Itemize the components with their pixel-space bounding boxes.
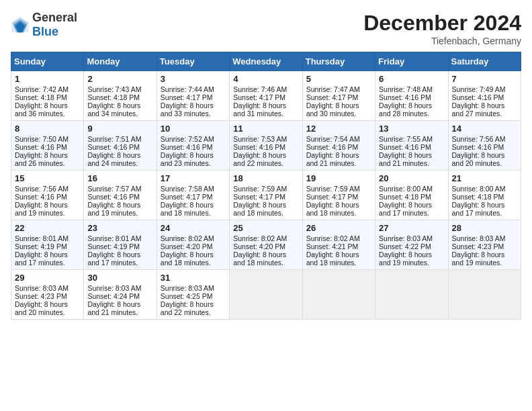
calendar-cell: 6 Sunrise: 7:48 AM Sunset: 4:16 PM Dayli…	[375, 71, 448, 121]
daylight-label: Daylight: 8 hours and 19 minutes.	[15, 201, 68, 217]
day-number: 13	[379, 124, 444, 134]
calendar-cell: 15 Sunrise: 7:56 AM Sunset: 4:16 PM Dayl…	[11, 171, 84, 220]
sunrise-label: Sunrise: 7:44 AM	[161, 85, 214, 93]
sunrise-label: Sunrise: 7:52 AM	[161, 135, 214, 143]
day-number: 21	[452, 173, 517, 183]
logo-general: General	[32, 11, 77, 24]
day-number: 19	[306, 173, 371, 183]
calendar-cell: 14 Sunrise: 7:56 AM Sunset: 4:16 PM Dayl…	[448, 121, 521, 171]
sunset-label: Sunset: 4:16 PM	[161, 143, 213, 151]
sunset-label: Sunset: 4:22 PM	[379, 242, 431, 250]
daylight-label: Daylight: 8 hours and 21 minutes.	[87, 300, 140, 316]
daylight-label: Daylight: 8 hours and 28 minutes.	[379, 101, 432, 118]
calendar-cell: 24 Sunrise: 8:02 AM Sunset: 4:20 PM Dayl…	[157, 220, 229, 270]
day-number: 9	[87, 124, 152, 134]
daylight-label: Daylight: 8 hours and 17 minutes.	[379, 201, 432, 217]
sunrise-label: Sunrise: 7:53 AM	[233, 135, 287, 143]
sunset-label: Sunset: 4:24 PM	[87, 292, 140, 300]
daylight-label: Daylight: 8 hours and 19 minutes.	[379, 250, 432, 267]
calendar-cell: 17 Sunrise: 7:58 AM Sunset: 4:17 PM Dayl…	[157, 171, 229, 220]
calendar-cell: 5 Sunrise: 7:47 AM Sunset: 4:17 PM Dayli…	[302, 71, 375, 121]
day-number: 17	[161, 173, 226, 183]
calendar-cell	[448, 270, 521, 320]
sunrise-label: Sunrise: 8:03 AM	[87, 284, 141, 292]
day-number: 20	[379, 173, 444, 183]
calendar-cell: 11 Sunrise: 7:53 AM Sunset: 4:16 PM Dayl…	[230, 121, 302, 171]
sunrise-label: Sunrise: 8:03 AM	[452, 234, 506, 242]
daylight-label: Daylight: 8 hours and 18 minutes.	[233, 201, 286, 217]
sunrise-label: Sunrise: 8:00 AM	[452, 185, 506, 193]
sunrise-label: Sunrise: 8:02 AM	[306, 234, 360, 242]
sunset-label: Sunset: 4:16 PM	[15, 143, 67, 151]
sunset-label: Sunset: 4:23 PM	[15, 292, 67, 300]
day-number: 12	[306, 124, 371, 134]
page-header: General Blue December 2024 Tiefenbach, G…	[11, 11, 521, 46]
daylight-label: Daylight: 8 hours and 17 minutes.	[15, 250, 68, 267]
sunrise-label: Sunrise: 8:03 AM	[379, 234, 433, 242]
sunrise-label: Sunrise: 8:03 AM	[15, 284, 69, 292]
daylight-label: Daylight: 8 hours and 19 minutes.	[452, 250, 505, 267]
daylight-label: Daylight: 8 hours and 36 minutes.	[15, 101, 68, 118]
weekday-header-monday: Monday	[84, 52, 157, 71]
general-blue-logo-icon	[11, 15, 30, 34]
calendar-cell: 13 Sunrise: 7:55 AM Sunset: 4:16 PM Dayl…	[375, 121, 448, 171]
daylight-label: Daylight: 8 hours and 17 minutes.	[87, 250, 140, 267]
sunset-label: Sunset: 4:16 PM	[452, 93, 504, 101]
day-number: 18	[233, 173, 298, 183]
sunrise-label: Sunrise: 7:51 AM	[87, 135, 141, 143]
sunset-label: Sunset: 4:16 PM	[15, 193, 67, 201]
weekday-header-wednesday: Wednesday	[230, 52, 302, 71]
day-number: 5	[306, 74, 371, 84]
calendar-week-row: 15 Sunrise: 7:56 AM Sunset: 4:16 PM Dayl…	[11, 171, 521, 220]
calendar-cell: 8 Sunrise: 7:50 AM Sunset: 4:16 PM Dayli…	[11, 121, 84, 171]
daylight-label: Daylight: 8 hours and 30 minutes.	[306, 101, 359, 118]
day-number: 4	[233, 74, 298, 84]
calendar-header-row: SundayMondayTuesdayWednesdayThursdayFrid…	[11, 52, 521, 71]
sunrise-label: Sunrise: 8:02 AM	[233, 234, 287, 242]
sunset-label: Sunset: 4:18 PM	[15, 93, 67, 101]
day-number: 24	[161, 223, 226, 233]
daylight-label: Daylight: 8 hours and 33 minutes.	[161, 101, 214, 118]
daylight-label: Daylight: 8 hours and 26 minutes.	[15, 151, 68, 167]
sunrise-label: Sunrise: 7:43 AM	[87, 85, 141, 93]
sunset-label: Sunset: 4:19 PM	[87, 242, 140, 250]
sunrise-label: Sunrise: 7:57 AM	[87, 185, 141, 193]
sunset-label: Sunset: 4:18 PM	[87, 93, 140, 101]
sunrise-label: Sunrise: 7:59 AM	[306, 185, 360, 193]
day-number: 26	[306, 223, 371, 233]
logo: General Blue	[11, 11, 77, 39]
sunrise-label: Sunrise: 8:01 AM	[87, 234, 141, 242]
calendar-week-row: 8 Sunrise: 7:50 AM Sunset: 4:16 PM Dayli…	[11, 121, 521, 171]
day-number: 11	[233, 124, 298, 134]
daylight-label: Daylight: 8 hours and 18 minutes.	[161, 250, 214, 267]
sunset-label: Sunset: 4:21 PM	[306, 242, 359, 250]
calendar-cell: 31 Sunrise: 8:03 AM Sunset: 4:25 PM Dayl…	[157, 270, 229, 320]
calendar-cell: 9 Sunrise: 7:51 AM Sunset: 4:16 PM Dayli…	[84, 121, 157, 171]
sunrise-label: Sunrise: 8:01 AM	[15, 234, 69, 242]
day-number: 15	[15, 173, 80, 183]
sunset-label: Sunset: 4:16 PM	[87, 193, 140, 201]
daylight-label: Daylight: 8 hours and 18 minutes.	[306, 201, 359, 217]
daylight-label: Daylight: 8 hours and 24 minutes.	[87, 151, 140, 167]
sunset-label: Sunset: 4:16 PM	[379, 143, 431, 151]
calendar-cell: 28 Sunrise: 8:03 AM Sunset: 4:23 PM Dayl…	[448, 220, 521, 270]
daylight-label: Daylight: 8 hours and 21 minutes.	[379, 151, 432, 167]
daylight-label: Daylight: 8 hours and 22 minutes.	[161, 300, 214, 316]
calendar-cell	[230, 270, 302, 320]
daylight-label: Daylight: 8 hours and 18 minutes.	[161, 201, 214, 217]
calendar-cell: 4 Sunrise: 7:46 AM Sunset: 4:17 PM Dayli…	[230, 71, 302, 121]
sunrise-label: Sunrise: 7:47 AM	[306, 85, 360, 93]
calendar-cell: 2 Sunrise: 7:43 AM Sunset: 4:18 PM Dayli…	[84, 71, 157, 121]
calendar-cell	[375, 270, 448, 320]
sunset-label: Sunset: 4:16 PM	[452, 143, 504, 151]
day-number: 29	[15, 273, 80, 283]
weekday-header-saturday: Saturday	[448, 52, 521, 71]
daylight-label: Daylight: 8 hours and 21 minutes.	[306, 151, 359, 167]
weekday-header-sunday: Sunday	[11, 52, 84, 71]
day-number: 27	[379, 223, 444, 233]
sunset-label: Sunset: 4:20 PM	[161, 242, 213, 250]
calendar-cell: 22 Sunrise: 8:01 AM Sunset: 4:19 PM Dayl…	[11, 220, 84, 270]
calendar-cell: 23 Sunrise: 8:01 AM Sunset: 4:19 PM Dayl…	[84, 220, 157, 270]
calendar-cell: 21 Sunrise: 8:00 AM Sunset: 4:18 PM Dayl…	[448, 171, 521, 220]
sunset-label: Sunset: 4:16 PM	[306, 143, 359, 151]
